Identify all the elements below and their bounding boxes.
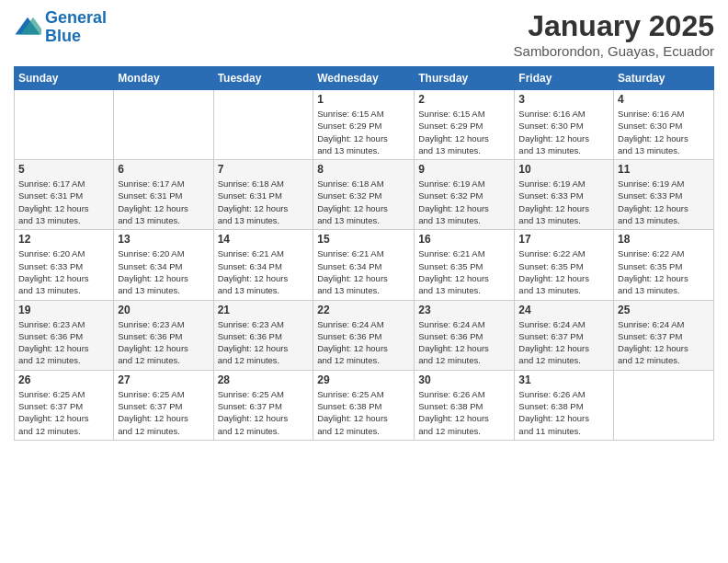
calendar-table: SundayMondayTuesdayWednesdayThursdayFrid… [14, 66, 714, 441]
calendar-cell: 7Sunrise: 6:18 AM Sunset: 6:31 PM Daylig… [213, 160, 313, 230]
col-header-saturday: Saturday [614, 67, 714, 90]
month-title: January 2025 [514, 9, 714, 43]
day-info: Sunrise: 6:19 AM Sunset: 6:33 PM Dayligh… [618, 178, 710, 226]
day-number: 14 [218, 233, 310, 246]
day-info: Sunrise: 6:22 AM Sunset: 6:35 PM Dayligh… [618, 247, 710, 296]
logo: General Blue [14, 9, 107, 46]
calendar-cell: 5Sunrise: 6:17 AM Sunset: 6:31 PM Daylig… [15, 160, 114, 230]
calendar-cell: 1Sunrise: 6:15 AM Sunset: 6:29 PM Daylig… [313, 90, 415, 160]
subtitle: Samborondon, Guayas, Ecuador [514, 43, 714, 59]
calendar-cell: 15Sunrise: 6:21 AM Sunset: 6:34 PM Dayli… [313, 230, 415, 300]
calendar-cell: 17Sunrise: 6:22 AM Sunset: 6:35 PM Dayli… [515, 230, 614, 300]
day-number: 17 [518, 233, 609, 246]
day-info: Sunrise: 6:17 AM Sunset: 6:31 PM Dayligh… [118, 178, 209, 226]
day-info: Sunrise: 6:20 AM Sunset: 6:34 PM Dayligh… [118, 247, 209, 296]
header: General Blue January 2025 Samborondon, G… [14, 9, 714, 59]
calendar-cell: 10Sunrise: 6:19 AM Sunset: 6:33 PM Dayli… [515, 160, 614, 230]
calendar-cell: 8Sunrise: 6:18 AM Sunset: 6:32 PM Daylig… [313, 160, 415, 230]
day-info: Sunrise: 6:25 AM Sunset: 6:37 PM Dayligh… [118, 388, 209, 437]
calendar-cell: 18Sunrise: 6:22 AM Sunset: 6:35 PM Dayli… [614, 230, 714, 300]
day-number: 6 [118, 163, 209, 176]
week-row-2: 12Sunrise: 6:20 AM Sunset: 6:33 PM Dayli… [15, 230, 714, 300]
calendar-cell: 27Sunrise: 6:25 AM Sunset: 6:37 PM Dayli… [114, 370, 213, 440]
day-info: Sunrise: 6:25 AM Sunset: 6:37 PM Dayligh… [18, 388, 109, 437]
calendar-cell [15, 90, 114, 160]
logo-text: General Blue [45, 9, 107, 46]
calendar-cell: 30Sunrise: 6:26 AM Sunset: 6:38 PM Dayli… [415, 370, 515, 440]
day-number: 4 [618, 93, 710, 106]
day-info: Sunrise: 6:16 AM Sunset: 6:30 PM Dayligh… [618, 108, 710, 156]
day-number: 24 [518, 304, 609, 316]
day-info: Sunrise: 6:22 AM Sunset: 6:35 PM Dayligh… [518, 247, 609, 296]
day-info: Sunrise: 6:19 AM Sunset: 6:33 PM Dayligh… [518, 178, 609, 226]
calendar-cell: 21Sunrise: 6:23 AM Sunset: 6:36 PM Dayli… [213, 300, 313, 370]
day-number: 8 [317, 163, 410, 176]
day-number: 16 [418, 233, 510, 246]
calendar-cell: 19Sunrise: 6:23 AM Sunset: 6:36 PM Dayli… [15, 300, 114, 370]
day-info: Sunrise: 6:16 AM Sunset: 6:30 PM Dayligh… [518, 108, 609, 156]
calendar-cell: 20Sunrise: 6:23 AM Sunset: 6:36 PM Dayli… [114, 300, 213, 370]
calendar-cell: 14Sunrise: 6:21 AM Sunset: 6:34 PM Dayli… [213, 230, 313, 300]
day-info: Sunrise: 6:17 AM Sunset: 6:31 PM Dayligh… [18, 178, 109, 226]
day-info: Sunrise: 6:21 AM Sunset: 6:35 PM Dayligh… [418, 247, 510, 296]
col-header-friday: Friday [515, 67, 614, 90]
calendar-cell: 28Sunrise: 6:25 AM Sunset: 6:37 PM Dayli… [213, 370, 313, 440]
col-header-tuesday: Tuesday [213, 67, 313, 90]
col-header-thursday: Thursday [415, 67, 515, 90]
day-info: Sunrise: 6:15 AM Sunset: 6:29 PM Dayligh… [418, 108, 510, 156]
page: General Blue January 2025 Samborondon, G… [0, 0, 728, 563]
week-row-0: 1Sunrise: 6:15 AM Sunset: 6:29 PM Daylig… [15, 90, 714, 160]
logo-line2: Blue [45, 27, 81, 45]
calendar-cell: 4Sunrise: 6:16 AM Sunset: 6:30 PM Daylig… [614, 90, 714, 160]
calendar-cell: 25Sunrise: 6:24 AM Sunset: 6:37 PM Dayli… [614, 300, 714, 370]
calendar-cell: 9Sunrise: 6:19 AM Sunset: 6:32 PM Daylig… [415, 160, 515, 230]
day-info: Sunrise: 6:24 AM Sunset: 6:37 PM Dayligh… [618, 318, 710, 367]
calendar-cell [114, 90, 213, 160]
day-info: Sunrise: 6:19 AM Sunset: 6:32 PM Dayligh… [418, 178, 510, 226]
week-row-1: 5Sunrise: 6:17 AM Sunset: 6:31 PM Daylig… [15, 160, 714, 230]
day-number: 7 [218, 163, 310, 176]
day-number: 30 [418, 373, 510, 386]
day-info: Sunrise: 6:23 AM Sunset: 6:36 PM Dayligh… [218, 318, 310, 367]
day-info: Sunrise: 6:25 AM Sunset: 6:37 PM Dayligh… [218, 388, 310, 437]
day-info: Sunrise: 6:24 AM Sunset: 6:36 PM Dayligh… [317, 318, 410, 367]
day-number: 21 [218, 304, 310, 316]
calendar-cell: 2Sunrise: 6:15 AM Sunset: 6:29 PM Daylig… [415, 90, 515, 160]
day-number: 11 [618, 163, 710, 176]
day-info: Sunrise: 6:23 AM Sunset: 6:36 PM Dayligh… [118, 318, 209, 367]
day-number: 29 [317, 373, 410, 386]
calendar-cell: 24Sunrise: 6:24 AM Sunset: 6:37 PM Dayli… [515, 300, 614, 370]
day-number: 10 [518, 163, 609, 176]
calendar-cell: 31Sunrise: 6:26 AM Sunset: 6:38 PM Dayli… [515, 370, 614, 440]
calendar-cell: 6Sunrise: 6:17 AM Sunset: 6:31 PM Daylig… [114, 160, 213, 230]
col-header-wednesday: Wednesday [313, 67, 415, 90]
calendar-cell: 26Sunrise: 6:25 AM Sunset: 6:37 PM Dayli… [15, 370, 114, 440]
title-block: January 2025 Samborondon, Guayas, Ecuado… [514, 9, 714, 59]
day-info: Sunrise: 6:21 AM Sunset: 6:34 PM Dayligh… [218, 247, 310, 296]
day-info: Sunrise: 6:18 AM Sunset: 6:31 PM Dayligh… [218, 178, 310, 226]
day-number: 5 [18, 163, 109, 176]
day-info: Sunrise: 6:18 AM Sunset: 6:32 PM Dayligh… [317, 178, 410, 226]
calendar-cell: 12Sunrise: 6:20 AM Sunset: 6:33 PM Dayli… [15, 230, 114, 300]
day-info: Sunrise: 6:24 AM Sunset: 6:37 PM Dayligh… [518, 318, 609, 367]
day-info: Sunrise: 6:26 AM Sunset: 6:38 PM Dayligh… [518, 388, 609, 437]
calendar-cell [213, 90, 313, 160]
day-number: 27 [118, 373, 209, 386]
day-number: 15 [317, 233, 410, 246]
calendar-cell: 29Sunrise: 6:25 AM Sunset: 6:38 PM Dayli… [313, 370, 415, 440]
calendar-cell [614, 370, 714, 440]
calendar-cell: 23Sunrise: 6:24 AM Sunset: 6:36 PM Dayli… [415, 300, 515, 370]
day-number: 18 [618, 233, 710, 246]
col-header-monday: Monday [114, 67, 213, 90]
calendar-cell: 3Sunrise: 6:16 AM Sunset: 6:30 PM Daylig… [515, 90, 614, 160]
calendar-header-row: SundayMondayTuesdayWednesdayThursdayFrid… [15, 67, 714, 90]
day-number: 22 [317, 304, 410, 316]
day-number: 1 [317, 93, 410, 106]
logo-icon [14, 14, 41, 41]
day-number: 19 [18, 304, 109, 316]
day-info: Sunrise: 6:26 AM Sunset: 6:38 PM Dayligh… [418, 388, 510, 437]
day-number: 2 [418, 93, 510, 106]
day-number: 9 [418, 163, 510, 176]
day-number: 3 [518, 93, 609, 106]
day-info: Sunrise: 6:23 AM Sunset: 6:36 PM Dayligh… [18, 318, 109, 367]
